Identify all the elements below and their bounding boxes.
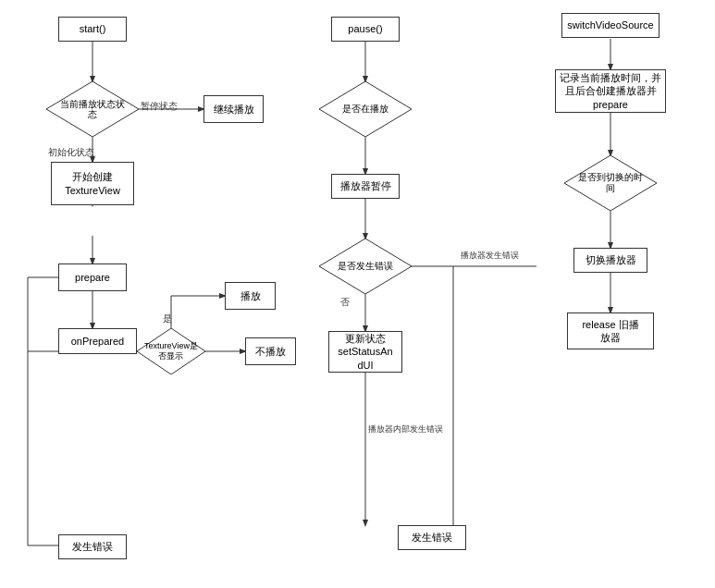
error-bottom-node: 发生错误 (398, 525, 466, 550)
play-node: 播放 (225, 282, 276, 310)
player-error-label: 播放器发生错误 (461, 250, 519, 262)
internal-error-label: 播放器内部发生错误 (368, 423, 443, 435)
is-error-diamond: 是否发生错误 (319, 239, 412, 294)
player-pause-node: 播放器暂停 (331, 174, 400, 199)
switch-video-source-node: switchVideoSource (561, 13, 660, 38)
update-status-node: 更新状态setStatusAndUI (328, 331, 402, 373)
texture-visible-diamond: TextureView是否显示 (137, 328, 205, 374)
yes-label-texture: 是 (163, 312, 172, 325)
pause-state-label: 暂停状态 (141, 100, 178, 113)
flowchart-diagram: start() 当前播放状态状态 暂停状态 继续播放 初始化状态 开始创建Tex… (0, 0, 715, 588)
no-play-node: 不播放 (245, 337, 296, 365)
start-node: start() (58, 17, 127, 42)
switch-player-node: 切换播放器 (573, 248, 647, 273)
create-texture-view-node: 开始创建TextureView (51, 162, 134, 205)
on-prepared-node: onPrepared (58, 328, 137, 354)
has-switch-time-diamond: 是否到切换的时间 (564, 155, 657, 211)
current-state-diamond: 当前播放状态状态 (46, 81, 139, 137)
error-left-node: 发生错误 (58, 534, 127, 559)
record-time-node: 记录当前播放时间，并且后合创建播放器并prepare (555, 69, 666, 113)
continue-play-node: 继续播放 (203, 95, 264, 123)
init-state-label: 初始化状态 (48, 146, 94, 159)
release-player-node: release 旧播放器 (567, 312, 654, 349)
no-label-error: 否 (340, 296, 350, 309)
is-playing-diamond: 是否在播放 (319, 81, 412, 137)
pause-node: pause() (331, 17, 400, 42)
prepare-node: prepare (58, 263, 127, 291)
